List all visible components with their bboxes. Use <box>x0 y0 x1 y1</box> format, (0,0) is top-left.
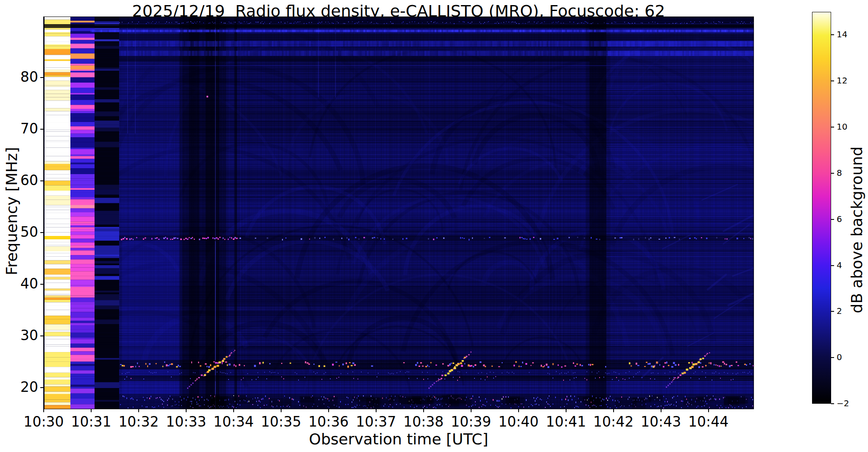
colorbar-tick-label: 6 <box>837 214 866 224</box>
colorbar-tick-label: 0 <box>837 352 866 362</box>
x-tick-mark <box>661 409 661 412</box>
y-tick-mark <box>40 180 44 181</box>
colorbar-tick-mark <box>831 34 834 35</box>
colorbar-tick-mark <box>831 311 834 312</box>
y-tick-label: 70 <box>0 120 38 137</box>
colorbar-tick-mark <box>831 357 834 358</box>
y-tick-label: 60 <box>0 172 38 189</box>
y-tick-label: 40 <box>0 275 38 292</box>
x-tick-mark <box>138 409 139 412</box>
colorbar-tick-mark <box>831 127 834 128</box>
x-tick-label: 10:39 <box>446 413 497 430</box>
x-tick-mark <box>43 409 44 412</box>
colorbar-tick-label: 2 <box>837 306 866 316</box>
x-tick-label: 10:33 <box>161 413 212 430</box>
colorbar <box>812 12 831 404</box>
x-tick-mark <box>471 409 472 412</box>
x-tick-label: 10:41 <box>541 413 592 430</box>
x-tick-label: 10:37 <box>351 413 402 430</box>
colorbar-tick-label: −2 <box>837 398 866 408</box>
colorbar-tick-label: 8 <box>837 168 866 178</box>
x-tick-label: 10:36 <box>303 413 354 430</box>
x-tick-mark <box>708 409 709 412</box>
colorbar-tick-mark <box>831 265 834 266</box>
x-tick-mark <box>423 409 424 412</box>
x-tick-label: 10:40 <box>493 413 544 430</box>
x-tick-label: 10:30 <box>18 413 69 430</box>
x-tick-mark <box>566 409 567 412</box>
x-tick-label: 10:43 <box>636 413 687 430</box>
y-tick-mark <box>40 336 44 336</box>
spectrogram-heatmap <box>44 17 754 409</box>
x-tick-mark <box>376 409 377 412</box>
y-tick-mark <box>40 77 44 78</box>
x-tick-mark <box>281 409 282 412</box>
plot-area <box>44 17 754 409</box>
x-axis-label: Observation time [UTC] <box>44 430 754 448</box>
y-tick-mark <box>40 129 44 130</box>
colorbar-tick-mark <box>831 403 834 404</box>
x-tick-label: 10:32 <box>113 413 164 430</box>
colorbar-tick-mark <box>831 80 834 81</box>
colorbar-tick-mark <box>831 173 834 174</box>
x-tick-label: 10:38 <box>398 413 449 430</box>
colorbar-label: dB above background <box>848 94 865 366</box>
x-tick-mark <box>91 409 92 412</box>
colorbar-tick-label: 4 <box>837 260 866 270</box>
x-tick-label: 10:42 <box>588 413 639 430</box>
colorbar-tick-label: 14 <box>837 29 866 39</box>
figure: 2025/12/19 Radio flux density, e-CALLIST… <box>0 0 868 452</box>
y-tick-label: 50 <box>0 224 38 240</box>
x-tick-mark <box>233 409 234 412</box>
y-tick-label: 30 <box>0 327 38 344</box>
colorbar-tick-label: 12 <box>837 75 866 86</box>
x-tick-mark <box>186 409 187 412</box>
x-tick-mark <box>613 409 614 412</box>
x-tick-label: 10:31 <box>66 413 117 430</box>
x-tick-label: 10:44 <box>683 413 734 430</box>
x-tick-label: 10:35 <box>256 413 307 430</box>
y-tick-label: 80 <box>0 69 38 85</box>
y-tick-mark <box>40 387 44 388</box>
colorbar-tick-label: 10 <box>837 122 866 132</box>
y-tick-label: 20 <box>0 379 38 395</box>
y-axis-label: Frequency [MHz] <box>3 127 20 296</box>
colorbar-gradient <box>812 12 831 403</box>
x-tick-mark <box>518 409 519 412</box>
x-tick-label: 10:34 <box>208 413 259 430</box>
x-tick-mark <box>328 409 329 412</box>
y-tick-mark <box>40 284 44 285</box>
y-tick-mark <box>40 232 44 233</box>
colorbar-tick-mark <box>831 219 834 220</box>
